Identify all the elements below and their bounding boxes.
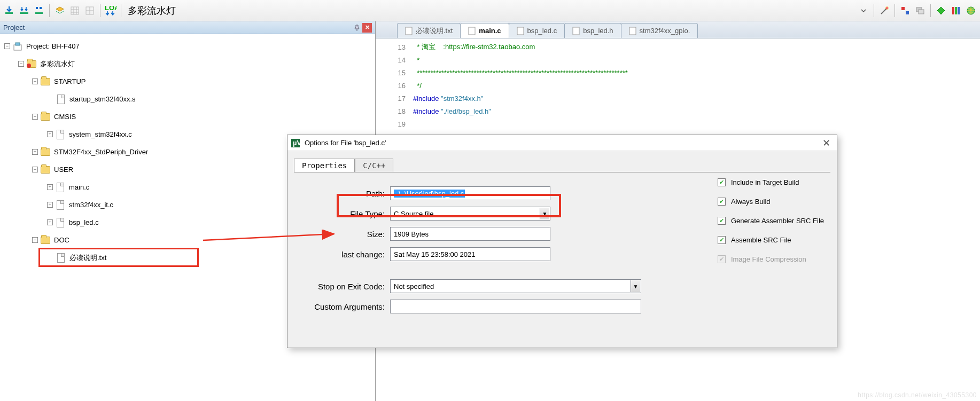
combo-filetype[interactable]: C Source file ▼ [390,207,550,221]
tab-readme[interactable]: 必读说明.txt [397,23,461,38]
svg-point-8 [886,7,888,9]
check-label: Always Build [731,198,771,206]
label-filetype: File Type: [294,209,390,218]
tab-label: main.c [479,27,501,35]
tab-bsp-led-h[interactable]: bsp_led.h [564,23,621,38]
code-line: 13 * 淘宝 :https://fire-stm32.taobao.com [376,41,980,53]
check-label: Image File Compression [731,255,806,263]
wand-icon[interactable] [877,4,891,18]
chevron-down-icon[interactable]: ▼ [631,280,640,292]
label-customargs: Custom Arguments: [294,302,390,311]
input-path[interactable]: ..\..\User\led\bsp_led.c [390,186,550,200]
code-line: 14 * [376,53,980,66]
check-include-target[interactable]: ✔ [718,178,726,186]
tree-group-label: DOC [54,231,69,249]
tree-group-label: STM32F4xx_StdPeriph_Driver [54,143,148,161]
tab-label: stm32f4xx_gpio. [640,27,690,35]
file-options-dialog: µV Options for File 'bsp_led.c' ✕ Proper… [287,135,837,348]
code-line: 16 */ [376,79,980,92]
svg-rect-2 [35,12,43,14]
main-toolbar: LOAD 多彩流水灯 [0,0,980,21]
svg-rect-22 [517,27,524,35]
download-icon[interactable] [2,4,16,18]
tree-group-label: CMSIS [54,108,76,125]
download-multi-icon[interactable] [17,4,31,18]
tree-file-label: 必读说明.txt [69,249,106,266]
svg-rect-24 [629,27,636,35]
check-always-build[interactable]: ✔ [718,198,726,206]
dialog-tabs: Properties C/C++ [287,151,837,172]
tree-target-label: 多彩流水灯 [40,55,75,73]
svg-rect-1 [20,12,28,14]
tree-target[interactable]: − 多彩流水灯 [4,55,375,73]
dialog-tab-ccpp[interactable]: C/C++ [355,159,393,172]
label-lastchange: last change: [294,250,390,259]
load-icon[interactable]: LOAD [104,4,118,18]
globe-icon[interactable] [964,4,978,18]
pin-icon[interactable] [353,23,361,32]
combo-stopexit[interactable]: Not specified ▼ [390,279,641,293]
tree-root[interactable]: − Project: BH-F407 [4,37,375,55]
code-line: 15 *************************************… [376,66,980,79]
svg-rect-15 [958,7,960,14]
rainbow-icon[interactable] [949,4,963,18]
check-label: Assemble SRC File [731,236,791,244]
svg-rect-0 [5,12,13,14]
dialog-title-text: Options for File 'bsp_led.c' [305,139,386,147]
svg-rect-21 [469,27,475,35]
keil-icon: µV [291,138,300,148]
grid2-icon[interactable] [83,4,97,18]
svg-rect-20 [406,27,412,35]
svg-rect-9 [901,7,905,10]
input-size: 1909 Bytes [390,227,550,241]
svg-text:µV: µV [293,139,300,147]
tree-group-cmsis[interactable]: − CMSIS [4,108,375,125]
tab-main-c[interactable]: main.c [460,23,509,38]
green-diamond-icon[interactable] [934,4,948,18]
svg-rect-12 [919,10,924,14]
svg-rect-5 [71,7,79,14]
dialog-close-icon[interactable]: ✕ [819,137,834,149]
dialog-titlebar[interactable]: µV Options for File 'bsp_led.c' ✕ [287,135,837,151]
code-line: 17#include "stm32f4xx.h" [376,92,980,105]
input-lastchange: Sat May 15 23:58:00 2021 [390,247,550,261]
dropdown-icon[interactable] [857,4,870,18]
tree-file-label: startup_stm32f40xx.s [69,90,136,108]
layers-icon[interactable] [53,4,67,18]
tab-gpio[interactable]: stm32f4xx_gpio. [621,23,698,38]
tree-group-label: STARTUP [54,73,85,90]
svg-rect-10 [906,11,909,14]
target-name: 多彩流水灯 [125,4,179,17]
svg-rect-4 [40,7,42,9]
tree-file[interactable]: startup_stm32f40xx.s [4,90,375,108]
tab-label: 必读说明.txt [416,26,453,36]
tab-bsp-led-c[interactable]: bsp_led.c [509,23,565,38]
gray-stack-icon[interactable] [913,4,927,18]
grid-icon[interactable] [68,4,82,18]
dialog-checkbox-group: ✔Include in Target Build ✔Always Build ✔… [718,172,824,269]
tree-file-label: system_stm32f4xx.c [69,125,132,143]
project-header: Project ✕ [0,21,375,34]
label-size: Size: [294,230,390,239]
tree-file-label: main.c [69,178,89,196]
svg-rect-23 [573,27,579,35]
red-blue-icon[interactable] [898,4,912,18]
check-asm-src[interactable]: ✔ [718,236,726,244]
code-line: 18#include "./led/bsp_led.h" [376,105,980,117]
svg-rect-3 [36,7,38,9]
svg-text:LOAD: LOAD [105,6,116,12]
dialog-tab-properties[interactable]: Properties [294,159,355,172]
code-line: 19 [376,117,980,130]
watermark: https://blog.csdn.net/weixin_43055300 [858,391,977,399]
tab-label: bsp_led.c [527,27,557,35]
input-customargs[interactable] [390,300,641,313]
tree-group-startup[interactable]: − STARTUP [4,73,375,90]
svg-rect-14 [955,7,957,14]
chevron-down-icon[interactable]: ▼ [540,208,549,219]
svg-rect-13 [952,7,954,14]
close-panel-icon[interactable]: ✕ [362,23,372,33]
check-gen-asm[interactable]: ✔ [718,217,726,225]
project-panel-title: Project [3,23,25,32]
download-grid-icon[interactable] [32,4,46,18]
svg-point-19 [27,64,31,68]
